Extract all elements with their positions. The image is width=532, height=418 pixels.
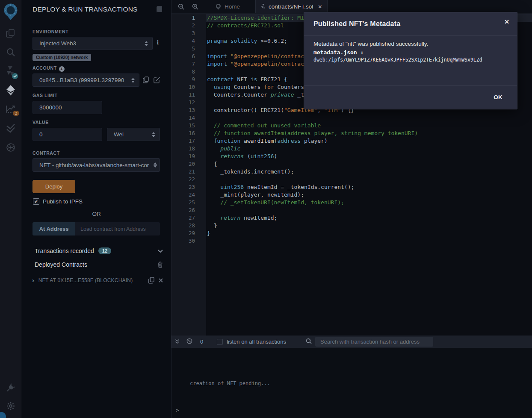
line-number: 28 — [171, 222, 206, 230]
environment-info-icon[interactable]: i — [157, 39, 159, 46]
line-number-gutter: 1234567891011121314151617181920212223242… — [171, 14, 206, 336]
tab-home[interactable]: Home — [210, 0, 245, 13]
edit-account-icon[interactable] — [154, 77, 160, 85]
add-account-icon[interactable]: + — [59, 66, 65, 72]
code-line[interactable]: public — [206, 145, 532, 153]
modal-ok-button[interactable]: OK — [494, 94, 502, 100]
code-line[interactable]: { — [206, 160, 532, 168]
code-line[interactable]: return newItemId; — [206, 214, 532, 222]
modal-ipfs-url: dweb:/ipfs/QmYL9P1Z7KE6AQvKJPFF52SX1p2TE… — [313, 57, 508, 63]
at-address-button[interactable]: At Address — [33, 222, 75, 235]
file-explorer-icon[interactable] — [0, 28, 21, 38]
remix-logo-icon[interactable] — [0, 3, 21, 21]
line-number: 13 — [171, 106, 206, 114]
code-line[interactable]: uint256 newItemId = _tokenIds.current(); — [206, 183, 532, 191]
line-number: 9 — [171, 76, 206, 83]
line-number: 5 — [171, 45, 206, 53]
chevron-down-icon[interactable] — [158, 250, 163, 253]
remix-app: 1 — [0, 0, 532, 418]
line-number: 10 — [171, 83, 206, 91]
zoom-out-icon[interactable] — [174, 0, 188, 13]
analytics-icon[interactable]: 1 — [0, 104, 21, 114]
account-label: ACCOUNT+ — [33, 65, 65, 72]
listen-transactions-checkbox[interactable] — [217, 339, 223, 345]
modal-close-icon[interactable]: ✕ — [504, 18, 509, 25]
line-number: 8 — [171, 68, 206, 76]
copy-account-icon[interactable] — [143, 77, 149, 85]
line-number: 30 — [171, 237, 206, 245]
value-label: VALUE — [33, 120, 49, 125]
static-analysis-icon[interactable] — [0, 123, 21, 133]
deploy-button[interactable]: Deploy — [33, 180, 75, 193]
line-number: 4 — [171, 37, 206, 45]
code-line[interactable]: } — [206, 230, 532, 237]
terminal-log-line: creation of NFT pending... — [190, 380, 270, 386]
modal-body: Metadata of "nft" was published successf… — [304, 35, 517, 85]
clear-console-icon[interactable] — [186, 338, 192, 346]
line-number: 29 — [171, 230, 206, 237]
select-arrows-icon — [145, 41, 148, 46]
code-line[interactable]: function awardItem(address player) — [206, 137, 532, 145]
search-plugin-icon[interactable] — [0, 47, 21, 57]
solidity-compiler-icon[interactable] — [0, 65, 21, 77]
code-line[interactable] — [206, 206, 532, 214]
value-input[interactable] — [33, 128, 102, 141]
deployed-contract-item[interactable]: › NFT AT 0X15E...E558F (BLOCKCHAIN) — [32, 277, 163, 284]
line-number: 15 — [171, 122, 206, 130]
trash-icon[interactable] — [157, 262, 163, 268]
environment-select[interactable]: Injected Web3 — [33, 37, 153, 50]
line-number: 6 — [171, 53, 206, 60]
terminal-prompt[interactable]: > — [176, 407, 179, 413]
terminal-output[interactable]: creation of NFT pending... > — [171, 348, 532, 418]
deployed-contracts-row: Deployed Contracts — [35, 261, 163, 268]
code-line[interactable] — [206, 114, 532, 122]
deployed-contract-label: NFT AT 0X15E...E558F (BLOCKCHAIN) — [38, 277, 133, 283]
terminal-expand-icon[interactable] — [175, 338, 180, 346]
transactions-recorded-row[interactable]: Transactions recorded 12 — [35, 247, 163, 254]
at-address-input[interactable] — [75, 222, 160, 235]
line-number: 24 — [171, 191, 206, 199]
debugger-icon[interactable] — [0, 142, 21, 153]
line-number: 19 — [171, 153, 206, 160]
line-number: 23 — [171, 183, 206, 191]
environment-label: ENVIRONMENT — [33, 29, 68, 34]
modal-filename: metadata.json : — [313, 49, 508, 56]
tab-contracts-nft-sol[interactable]: contracts/NFT.sol ✕ — [255, 0, 328, 13]
zoom-in-icon[interactable] — [188, 0, 202, 13]
settings-icon[interactable] — [0, 401, 21, 411]
contract-select[interactable]: NFT - github/ava-labs/avalanche-smart-co… — [33, 158, 160, 172]
tab-close-icon[interactable]: ✕ — [318, 4, 322, 10]
line-number: 2 — [171, 22, 206, 29]
code-line[interactable]: // _setTokenURI(newItemId, tokenURI); — [206, 199, 532, 206]
modal-message: Metadata of "nft" was published successf… — [313, 41, 508, 47]
home-remix-icon — [215, 3, 222, 10]
documentation-book-icon[interactable] — [156, 6, 163, 15]
line-number: 20 — [171, 160, 206, 168]
code-line[interactable]: // function awardItem(address player, st… — [206, 130, 532, 137]
remove-contract-icon[interactable] — [159, 278, 163, 283]
gas-limit-label: GAS LIMIT — [33, 93, 57, 98]
deploy-run-icon[interactable] — [0, 85, 21, 96]
plugin-manager-icon[interactable] — [0, 383, 21, 393]
code-line[interactable] — [206, 176, 532, 183]
publish-ipfs-checkbox[interactable]: ✔ — [33, 198, 39, 205]
account-select[interactable]: 0x845...B1aB3 (999991.3297990 — [33, 74, 139, 87]
code-line[interactable]: _mint(player, newItemId); — [206, 191, 532, 199]
value-unit-select[interactable]: Wei — [107, 128, 160, 141]
code-line[interactable]: returns (uint256) — [206, 153, 532, 160]
code-line[interactable]: // commented out unused variable — [206, 122, 532, 130]
terminal-search-input[interactable] — [315, 337, 433, 347]
copy-contract-icon[interactable] — [148, 277, 154, 284]
line-number: 11 — [171, 91, 206, 99]
published-metadata-modal: Published NFT's Metadata ✕ Metadata of "… — [304, 12, 517, 109]
code-line[interactable]: } — [206, 222, 532, 230]
panel-title: DEPLOY & RUN TRANSACTIONS — [33, 6, 138, 13]
modal-title: Published NFT's Metadata — [313, 20, 400, 28]
gas-limit-input[interactable] — [33, 101, 102, 114]
line-number: 25 — [171, 199, 206, 206]
solidity-file-icon — [261, 4, 266, 10]
expand-contract-icon[interactable]: › — [32, 277, 34, 284]
code-line[interactable]: _tokenIds.increment(); — [206, 168, 532, 176]
code-line[interactable] — [206, 237, 532, 245]
terminal-toolbar: 0 listen on all transactions — [171, 336, 532, 348]
